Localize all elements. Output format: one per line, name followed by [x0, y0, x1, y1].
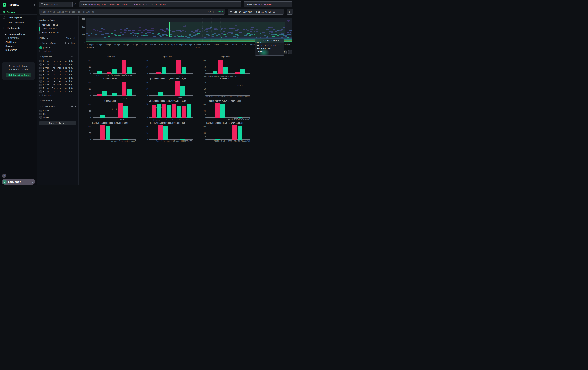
x-axis-tick: 11:00pm [175, 44, 185, 46]
search-icon[interactable] [71, 105, 73, 107]
pin-icon[interactable] [67, 42, 70, 44]
y-tick-mark [206, 92, 207, 92]
user-menu[interactable]: U Local mode [2, 179, 35, 185]
checkbox-icon[interactable] [40, 90, 42, 93]
analysis-mode-option[interactable]: Event Deltas [40, 27, 76, 30]
heatmap-cell [138, 30, 141, 31]
lang-toggle-lucene[interactable]: Lucene [216, 11, 223, 13]
sidebar: HyperDX Search Chart Explorer Client Ses… [0, 0, 37, 185]
green-bar [167, 105, 171, 118]
filter-checkbox-item[interactable]: Error: The credit card (… [40, 66, 76, 70]
sidebar-item-search[interactable]: Search [0, 9, 37, 15]
filter-checkbox-item[interactable]: Error: The credit card (… [40, 90, 76, 93]
preset-kubernetes[interactable]: Kubernetes [0, 48, 37, 52]
chevron-down-icon[interactable] [40, 106, 41, 107]
chevron-down-icon[interactable] [40, 56, 41, 57]
filter-section-header: StatusCode [40, 104, 76, 108]
y-tick-label: 0 [200, 117, 206, 119]
x-axis-tick: 10:30pm [166, 44, 176, 46]
checkbox-icon[interactable] [40, 70, 42, 72]
pin-icon[interactable] [74, 56, 76, 58]
time-range-picker[interactable]: Sep 14 18:00:00 - Sep 15 05:30:00 [228, 9, 284, 15]
analysis-mode-option[interactable]: Results Table [40, 23, 76, 27]
search-icon[interactable] [71, 56, 73, 58]
filter-section-statuscode: StatusCodeErrorOkUnset [40, 104, 76, 119]
order-by-input[interactable]: ORDER BY Timestamp DESC [244, 1, 292, 7]
filter-checkbox-item[interactable]: Error: The credit card (… [40, 73, 76, 76]
chevron-up-icon [32, 27, 34, 29]
presets-toggle[interactable]: PRESETS [0, 36, 37, 40]
search-icon[interactable] [64, 42, 66, 44]
red-bar [162, 104, 166, 118]
sidebar-collapse-icon[interactable] [32, 4, 35, 6]
filter-checkbox-item[interactable]: ✓payment [40, 46, 76, 49]
clear-all-button[interactable]: Clear all [66, 37, 76, 40]
checkbox-icon[interactable] [40, 113, 42, 115]
show-more-button[interactable]: Show more [40, 93, 76, 97]
x-axis-label: 5e02b5fb-13ae-4296-bbbc-111f423c460d [150, 140, 193, 142]
run-query-button[interactable]: ▷ [287, 9, 293, 15]
selection-box[interactable] [169, 22, 285, 37]
pin-icon[interactable] [74, 100, 76, 102]
create-dashboard-button[interactable]: Create Dashboard [0, 32, 37, 36]
chart-title: ScopeVersion [85, 78, 136, 80]
checkbox-icon[interactable] [40, 116, 42, 119]
lang-toggle-sql[interactable]: SQL [208, 11, 211, 13]
duration-heatmap[interactable] [86, 18, 292, 42]
x-axis-tick: 8:30pm [130, 44, 140, 46]
checkbox-icon[interactable] [40, 77, 42, 79]
sql-select-input[interactable]: SELECT Timestamp, ServiceName, StatusCod… [79, 1, 241, 7]
red-bar [215, 103, 220, 118]
y-tick-label: 100 [200, 59, 206, 61]
load-more-button[interactable]: Load more [40, 49, 76, 53]
sidebar-item-dashboards[interactable]: Dashboards [0, 25, 37, 30]
filter-checkbox-item[interactable]: Error: The credit card (… [40, 63, 76, 66]
green-bar [180, 139, 185, 140]
help-button[interactable]: ? [2, 174, 6, 178]
get-started-button[interactable]: Get Started for Free [6, 73, 31, 77]
clear-filter-button[interactable]: Clear [71, 42, 76, 44]
gear-icon[interactable]: ⚙ [74, 3, 77, 5]
filter-sections: ServiceNameClear✓paymentLoad moreSpanNam… [40, 41, 76, 119]
preset-clickhouse[interactable]: ClickHouse [0, 40, 37, 44]
filter-checkbox-item[interactable]: Error [40, 109, 76, 112]
red-bar [100, 125, 105, 140]
checkbox-icon[interactable] [40, 110, 42, 112]
filter-checkbox-item[interactable]: Error: The credit card (… [40, 59, 76, 63]
heatmap-cell [285, 35, 287, 36]
filter-checkbox-item[interactable]: Error: The credit card (… [40, 80, 76, 83]
chevron-down-icon[interactable] [40, 43, 41, 44]
pin-icon[interactable] [74, 105, 76, 107]
x-axis-label: payment-7985c8969c-mwmw7 [93, 140, 136, 142]
checkbox-icon[interactable] [40, 63, 42, 66]
filter-checkbox-item[interactable]: Error: The credit card (… [40, 70, 76, 73]
analysis-mode-option[interactable]: Event Patterns [40, 30, 76, 34]
source-select[interactable]: Demo Traces [39, 2, 73, 7]
filter-checkbox-item[interactable]: Error: The credit card (… [40, 76, 76, 80]
checkbox-icon[interactable] [40, 80, 42, 82]
next-page-button[interactable]: › [288, 50, 292, 54]
sidebar-item-chart-explorer[interactable]: Chart Explorer [0, 15, 37, 20]
sidebar-item-client-sessions[interactable]: Client Sessions [0, 20, 37, 25]
filter-checkbox-item[interactable]: Ok [40, 112, 76, 116]
checkbox-icon[interactable] [40, 87, 42, 89]
heatmap-cell [287, 32, 289, 33]
search-input[interactable] [41, 11, 206, 13]
checkbox-icon[interactable] [40, 84, 42, 86]
more-filters-button[interactable]: More filters [40, 121, 76, 125]
checkbox-checked-icon[interactable]: ✓ [40, 47, 42, 49]
more-label: Show more [42, 94, 53, 96]
green-bar [223, 67, 228, 73]
heatmap-cell [122, 34, 124, 35]
checkbox-icon[interactable] [40, 67, 42, 69]
preset-services[interactable]: Services [0, 44, 37, 48]
filter-checkbox-item[interactable]: Unset [40, 116, 76, 119]
checkbox-icon[interactable] [40, 73, 42, 76]
checkbox-icon[interactable] [40, 60, 42, 62]
filter-checkbox-item[interactable]: Error: The credit card (… [40, 83, 76, 86]
filter-checkbox-item[interactable]: Error: The credit card (… [40, 86, 76, 90]
y-tick-label: 0 [142, 139, 148, 140]
chevron-right-icon[interactable] [40, 100, 41, 101]
chart-title: ResourceAttributes.k8s.pod.name [85, 122, 136, 124]
y-tick-mark [92, 114, 92, 114]
